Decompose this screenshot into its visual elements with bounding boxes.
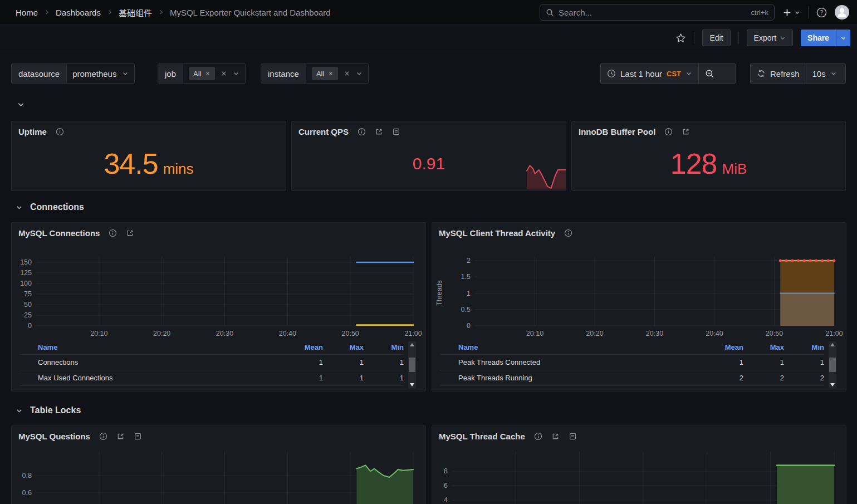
svg-text:6: 6 — [444, 482, 448, 490]
breadcrumb-home[interactable]: Home — [16, 8, 38, 17]
panel-description-icon[interactable] — [134, 432, 142, 441]
scroll-down-icon[interactable] — [830, 383, 835, 386]
edit-button[interactable]: Edit — [702, 30, 730, 46]
legend-col-name[interactable]: Name — [38, 343, 278, 351]
info-icon[interactable] — [99, 432, 107, 441]
mysql-connections-panel: MySQL Connections 025507510012515020:102… — [11, 222, 426, 392]
search-box[interactable]: ctrl+k — [540, 4, 775, 21]
svg-text:0.6: 0.6 — [22, 489, 32, 497]
close-icon[interactable] — [205, 71, 210, 76]
legend-col-min[interactable]: Min — [364, 343, 404, 351]
scroll-up-icon[interactable] — [830, 343, 835, 346]
legend-scrollbar[interactable] — [408, 341, 416, 388]
panel-header[interactable]: MySQL Questions — [12, 426, 425, 446]
section-table-locks[interactable]: Table Locks — [16, 403, 81, 418]
export-button[interactable]: Export — [747, 30, 793, 46]
user-avatar[interactable] — [835, 5, 849, 19]
star-icon[interactable] — [675, 33, 686, 43]
plus-icon — [782, 8, 792, 17]
innodb-value: 128 — [670, 147, 717, 180]
info-icon[interactable] — [664, 128, 673, 136]
breadcrumb-dashboards[interactable]: Dashboards — [56, 8, 101, 17]
zoom-out-button[interactable] — [699, 64, 721, 83]
panel-header[interactable]: MySQL Thread Cache — [432, 426, 846, 446]
panel-header[interactable]: MySQL Connections — [12, 223, 425, 243]
job-selected-chip[interactable]: All — [189, 67, 215, 80]
refresh-controls: Refresh 10s — [750, 63, 846, 84]
info-icon[interactable] — [534, 432, 542, 441]
job-label: job — [158, 64, 183, 83]
legend-scrollbar[interactable] — [829, 341, 836, 388]
share-button[interactable]: Share — [801, 30, 836, 46]
external-link-icon[interactable] — [682, 128, 690, 136]
svg-text:0.5: 0.5 — [461, 306, 471, 314]
search-shortcut-hint: ctrl+k — [751, 8, 768, 17]
legend-col-min[interactable]: Min — [784, 343, 824, 351]
datasource-select[interactable]: prometheus — [67, 64, 134, 83]
clear-icon[interactable] — [221, 70, 227, 77]
panel-header[interactable]: MySQL Client Thread Activity — [432, 223, 846, 243]
new-dashboard-button[interactable] — [782, 8, 800, 17]
scroll-down-icon[interactable] — [410, 383, 414, 386]
info-icon[interactable] — [109, 229, 117, 237]
panel-description-icon[interactable] — [569, 432, 577, 441]
share-button-group: Share — [801, 30, 850, 46]
instance-selected-chip[interactable]: All — [312, 67, 338, 80]
legend-row[interactable]: Peak Threads Connected 1 1 1 — [440, 355, 824, 370]
close-icon[interactable] — [328, 71, 334, 76]
info-icon[interactable] — [358, 128, 366, 136]
external-link-icon[interactable] — [126, 229, 134, 237]
refresh-interval-select[interactable]: 10s — [806, 64, 843, 83]
svg-text:0.8: 0.8 — [22, 472, 32, 479]
y-axis-label: Threads — [435, 266, 443, 320]
external-link-icon[interactable] — [551, 432, 560, 441]
legend-col-mean[interactable]: Mean — [278, 343, 323, 351]
info-icon[interactable] — [564, 229, 572, 237]
svg-text:8: 8 — [444, 467, 448, 475]
timezone-badge: CST — [667, 70, 681, 78]
section-title: Connections — [30, 202, 84, 212]
legend-row[interactable]: Connections 1 1 1 — [19, 355, 404, 370]
legend-col-name[interactable]: Name — [458, 343, 699, 351]
legend-col-max[interactable]: Max — [323, 343, 364, 351]
chevron-down-icon — [780, 35, 786, 41]
panel-header[interactable]: InnoDB Buffer Pool — [572, 121, 845, 141]
external-link-icon[interactable] — [375, 128, 383, 136]
panel-header[interactable]: Current QPS — [292, 121, 566, 141]
scroll-up-icon[interactable] — [410, 343, 414, 346]
divider — [738, 32, 739, 44]
panel-description-icon[interactable] — [392, 128, 400, 136]
share-dropdown-button[interactable] — [836, 30, 850, 46]
legend-col-max[interactable]: Max — [743, 343, 784, 351]
legend-col-mean[interactable]: Mean — [699, 343, 743, 351]
search-icon — [546, 8, 554, 17]
top-nav-right: ctrl+k ? — [540, 0, 849, 25]
svg-text:1.5: 1.5 — [461, 273, 471, 281]
innodb-unit: MiB — [722, 160, 747, 178]
chevron-right-icon — [158, 9, 164, 16]
panel-header[interactable]: Uptime — [12, 121, 286, 141]
grafana-dashboard: Home Dashboards 基础组件 MySQL Exporter Quic… — [0, 0, 857, 504]
svg-text:25: 25 — [24, 311, 32, 319]
breadcrumb-folder[interactable]: 基础组件 — [119, 7, 152, 18]
instance-select[interactable]: All — [306, 64, 368, 83]
job-select[interactable]: All — [183, 64, 245, 83]
info-icon[interactable] — [56, 128, 64, 136]
scrollbar-thumb[interactable] — [829, 358, 836, 372]
chevron-down-icon — [830, 70, 837, 77]
legend-row[interactable]: Peak Threads Running 2 2 2 — [440, 370, 824, 386]
time-range-picker[interactable]: Last 1 hour CST — [601, 64, 698, 83]
refresh-button[interactable]: Refresh — [751, 64, 806, 83]
search-input[interactable] — [559, 8, 747, 17]
scrollbar-thumb[interactable] — [409, 358, 415, 372]
help-icon[interactable]: ? — [816, 7, 827, 18]
legend-row[interactable]: Max Used Connections 1 1 1 — [19, 370, 404, 386]
panel-title: Uptime — [18, 127, 47, 136]
time-controls: Last 1 hour CST — [600, 63, 736, 84]
datasource-variable: datasource prometheus — [11, 63, 135, 84]
external-link-icon[interactable] — [116, 432, 125, 441]
section-title: Table Locks — [30, 405, 81, 415]
row-collapse-toggle[interactable] — [17, 100, 25, 109]
clear-icon[interactable] — [344, 70, 350, 77]
section-connections[interactable]: Connections — [16, 199, 84, 215]
